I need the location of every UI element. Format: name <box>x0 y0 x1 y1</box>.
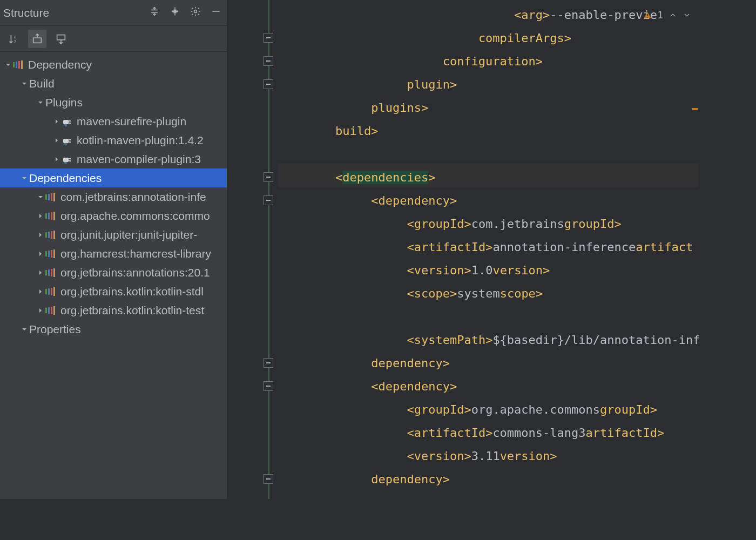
fold-toggle-icon[interactable] <box>264 381 273 391</box>
tree-build[interactable]: Build <box>0 74 227 93</box>
chevron-down-icon[interactable] <box>3 62 13 68</box>
structure-toolbar: az <box>0 26 227 52</box>
dependency-icon <box>45 191 57 203</box>
tree-properties[interactable]: Properties <box>0 320 227 339</box>
expand-all-icon[interactable] <box>149 6 160 19</box>
maven-plugin-icon: m <box>62 153 73 165</box>
svg-rect-31 <box>45 270 47 275</box>
svg-rect-18 <box>53 193 55 201</box>
fold-toggle-icon[interactable] <box>264 79 273 89</box>
svg-rect-15 <box>45 194 47 200</box>
chevron-right-icon[interactable] <box>36 213 45 219</box>
tree-node-label: org.jetbrains.kotlin:kotlin-test <box>60 304 204 317</box>
dependency-icon <box>45 229 57 241</box>
collapse-all-icon[interactable] <box>170 6 180 19</box>
tree-dep-5[interactable]: org.jetbrains.kotlin:kotlin-stdl <box>0 282 227 301</box>
svg-rect-38 <box>53 287 55 296</box>
svg-rect-22 <box>53 212 55 220</box>
chevron-down-icon[interactable] <box>36 99 45 106</box>
tree-node-label: maven-compiler-plugin:3 <box>77 153 201 166</box>
fold-toggle-icon[interactable] <box>264 195 273 205</box>
editor-inspection-widget[interactable]: 1 <box>643 3 691 26</box>
structure-title: Structure <box>3 6 49 19</box>
svg-rect-3 <box>33 38 42 43</box>
dependency-icon <box>45 248 57 260</box>
chevron-right-icon[interactable] <box>36 251 45 257</box>
svg-rect-16 <box>48 194 50 200</box>
svg-rect-21 <box>51 212 52 220</box>
tree-dependencies[interactable]: Dependencies <box>0 168 227 187</box>
svg-rect-41 <box>51 307 52 314</box>
svg-rect-27 <box>45 251 47 256</box>
tree-dep-0[interactable]: com.jetbrains:annotation-infe <box>0 187 227 206</box>
editor-gutter <box>227 0 266 499</box>
sort-alpha-icon[interactable]: az <box>4 30 23 48</box>
chevron-down-icon[interactable] <box>19 326 29 333</box>
tree-node-label: org.apache.commons:commo <box>60 210 210 222</box>
svg-rect-17 <box>51 193 52 201</box>
chevron-right-icon[interactable] <box>36 288 45 295</box>
next-highlight-icon[interactable] <box>683 11 691 19</box>
tree-node-label: org.jetbrains.kotlin:kotlin-stdl <box>60 285 204 298</box>
tree-node-label: kotlin-maven-plugin:1.4.2 <box>77 134 204 147</box>
structure-tree: DependencyBuildPluginsmmaven-surefire-pl… <box>0 52 227 499</box>
maven-plugin-icon: m <box>62 134 73 146</box>
svg-text:m: m <box>64 160 68 165</box>
dependency-icon <box>45 267 57 279</box>
tree-plugin-1[interactable]: mkotlin-maven-plugin:1.4.2 <box>0 131 227 150</box>
svg-rect-19 <box>45 213 47 219</box>
chevron-right-icon[interactable] <box>36 232 45 238</box>
tree-dep-1[interactable]: org.apache.commons:commo <box>0 206 227 225</box>
prev-highlight-icon[interactable] <box>669 11 677 19</box>
chevron-down-icon[interactable] <box>19 175 29 181</box>
fold-toggle-icon[interactable] <box>264 474 273 484</box>
chevron-right-icon[interactable] <box>52 156 62 163</box>
svg-text:a: a <box>14 35 17 39</box>
fold-toggle-icon[interactable] <box>264 33 273 43</box>
chevron-down-icon[interactable] <box>36 194 45 200</box>
tree-plugin-2[interactable]: mmaven-compiler-plugin:3 <box>0 150 227 168</box>
chevron-right-icon[interactable] <box>52 118 62 125</box>
fold-toggle-icon[interactable] <box>264 56 273 66</box>
svg-rect-4 <box>57 35 65 39</box>
tree-dep-3[interactable]: org.hamcrest:hamcrest-library <box>0 244 227 263</box>
svg-rect-37 <box>51 288 52 295</box>
svg-text:z: z <box>14 39 16 44</box>
autoscroll-to-source-icon[interactable] <box>28 30 46 48</box>
tree-node-label: Properties <box>29 323 81 336</box>
dependency-icon <box>13 59 25 71</box>
tree-node-label: Dependencies <box>29 172 102 185</box>
tree-node-label: Plugins <box>45 96 83 109</box>
fold-guide-line <box>268 0 269 499</box>
tree-dep-4[interactable]: org.jetbrains:annotations:20.1 <box>0 263 227 282</box>
tree-plugins[interactable]: Plugins <box>0 93 227 112</box>
fold-toggle-icon[interactable] <box>264 172 273 182</box>
error-stripe-mark[interactable] <box>692 108 698 110</box>
tree-plugin-0[interactable]: mmaven-surefire-plugin <box>0 112 227 131</box>
chevron-right-icon[interactable] <box>36 269 45 276</box>
tree-dep-6[interactable]: org.jetbrains.kotlin:kotlin-test <box>0 301 227 320</box>
dependency-icon <box>45 305 57 316</box>
tree-dep-2[interactable]: org.junit.jupiter:junit-jupiter- <box>0 225 227 244</box>
svg-rect-8 <box>21 60 23 69</box>
svg-rect-39 <box>45 308 47 313</box>
chevron-down-icon[interactable] <box>19 80 29 87</box>
autoscroll-from-source-icon[interactable] <box>52 30 70 48</box>
minimize-icon[interactable] <box>211 6 221 19</box>
code-editor[interactable]: <arg>--enable-previe compilerArgs> confi… <box>227 0 699 499</box>
tree-root-dependency[interactable]: Dependency <box>0 55 227 74</box>
chevron-right-icon[interactable] <box>52 137 62 144</box>
svg-rect-32 <box>48 269 50 276</box>
structure-panel: Structure az DependencyBuildPluginsmmave… <box>0 0 227 499</box>
svg-text:m: m <box>64 141 68 146</box>
chevron-right-icon[interactable] <box>36 307 45 314</box>
svg-point-0 <box>194 10 197 13</box>
svg-rect-7 <box>18 61 20 69</box>
svg-rect-23 <box>45 232 47 238</box>
tree-node-label: com.jetbrains:annotation-infe <box>60 191 206 204</box>
tree-node-label: org.junit.jupiter:junit-jupiter- <box>60 228 197 241</box>
settings-gear-icon[interactable] <box>190 6 201 19</box>
svg-rect-28 <box>48 251 50 257</box>
warning-count: 1 <box>657 3 663 26</box>
fold-toggle-icon[interactable] <box>264 358 273 368</box>
